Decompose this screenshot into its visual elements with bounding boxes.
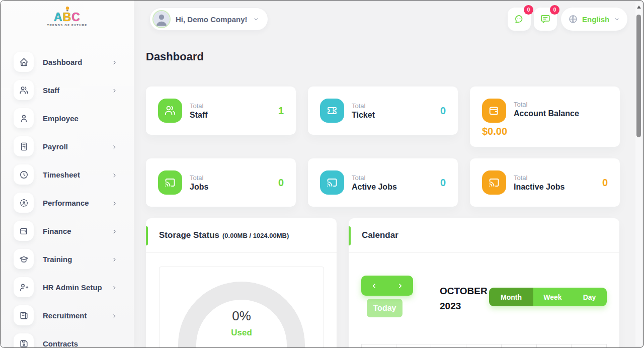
sidebar-item-label: Timesheet bbox=[43, 170, 80, 179]
performance-icon bbox=[14, 193, 34, 213]
chevron-right-icon bbox=[111, 228, 118, 234]
calendar-title: Calendar bbox=[362, 230, 398, 240]
storage-used-label: Used bbox=[159, 328, 324, 338]
stat-card-staff: Total Staff 1 bbox=[146, 86, 296, 135]
messages-button[interactable]: 0 bbox=[534, 8, 557, 31]
prev-month-button[interactable] bbox=[361, 276, 387, 296]
sidebar-item-hr-admin-setup[interactable]: HR Admin Setup bbox=[1, 273, 134, 301]
sidebar-item-staff[interactable]: Staff bbox=[1, 76, 134, 104]
stat-label: Staff bbox=[190, 111, 208, 120]
cast-icon bbox=[482, 170, 506, 195]
chevron-right-icon bbox=[111, 143, 118, 150]
chat-badge: 0 bbox=[524, 5, 533, 15]
scroll-icon bbox=[14, 305, 34, 325]
invoice-icon bbox=[14, 136, 34, 156]
sidebar-item-finance[interactable]: Finance bbox=[1, 217, 134, 245]
sidebar-item-training[interactable]: Training bbox=[1, 245, 134, 273]
stat-card-active-jobs: Total Active Jobs 0 bbox=[308, 158, 458, 207]
sidebar-item-label: Finance bbox=[43, 227, 71, 235]
storage-chart-box: 0% Used bbox=[159, 267, 324, 348]
avatar bbox=[152, 10, 171, 28]
day-view-button[interactable]: Day bbox=[572, 288, 607, 306]
stat-label: Account Balance bbox=[514, 109, 579, 118]
language-label: English bbox=[582, 15, 609, 24]
users-icon bbox=[14, 80, 34, 100]
wallet-icon bbox=[482, 99, 506, 123]
stat-card-jobs: Total Jobs 0 bbox=[146, 158, 296, 207]
language-selector[interactable]: English bbox=[561, 8, 627, 31]
page-title: Dashboard bbox=[146, 50, 204, 63]
calendar-view-switcher: Month Week Day bbox=[489, 288, 607, 306]
sidebar-item-label: Payroll bbox=[43, 142, 68, 151]
calendar-panel: Calendar Today OCTOBER 2023 Month Week D… bbox=[349, 218, 619, 348]
sidebar-item-performance[interactable]: Performance bbox=[1, 189, 134, 217]
chat-button[interactable]: 0 bbox=[508, 8, 531, 31]
calendar-grid bbox=[361, 344, 607, 348]
stat-value: 0 bbox=[278, 177, 284, 189]
calendar-panel-header: Calendar bbox=[349, 218, 619, 253]
stat-card-ticket: Total Ticket 0 bbox=[308, 86, 458, 135]
accent-bar bbox=[349, 226, 351, 245]
scroll-up-arrow[interactable] bbox=[637, 6, 641, 9]
user-menu[interactable]: Hi, Demo Company! bbox=[149, 8, 268, 31]
sidebar-item-contracts[interactable]: Contracts bbox=[1, 329, 134, 348]
sidebar-item-label: Employee bbox=[43, 114, 78, 123]
storage-percent: 0% bbox=[159, 308, 324, 324]
chevron-down-icon bbox=[253, 16, 260, 23]
stat-value: 0 bbox=[440, 177, 446, 189]
stat-prefix: Total bbox=[514, 174, 565, 182]
clock-icon bbox=[14, 164, 34, 185]
stat-prefix: Total bbox=[352, 174, 397, 182]
app-window: ABC TRENDS OF FUTURE Dashboard Staff Emp… bbox=[0, 0, 644, 348]
calendar-month-title: OCTOBER 2023 bbox=[440, 284, 488, 314]
calendar-nav bbox=[361, 276, 413, 296]
stat-label: Ticket bbox=[352, 111, 375, 120]
globe-icon bbox=[568, 14, 578, 24]
storage-panel-header: Storage Status (0.00MB / 1024.00MB) bbox=[146, 218, 337, 253]
sidebar-item-employee[interactable]: Employee bbox=[1, 104, 134, 132]
week-view-button[interactable]: Week bbox=[533, 288, 572, 306]
stat-value: 1 bbox=[278, 105, 284, 117]
stat-label: Jobs bbox=[190, 183, 208, 192]
sidebar-item-payroll[interactable]: Payroll bbox=[1, 132, 134, 160]
stat-value: 0 bbox=[602, 177, 608, 189]
sidebar-item-label: Training bbox=[43, 255, 72, 264]
chevron-down-icon bbox=[613, 16, 620, 23]
sidebar-menu: Dashboard Staff Employee Payroll Timeshe… bbox=[1, 48, 134, 348]
sidebar-item-label: Staff bbox=[43, 86, 59, 95]
contract-icon bbox=[14, 333, 34, 348]
graduation-cap-icon bbox=[14, 249, 34, 269]
sidebar-item-recruitment[interactable]: Recruitment bbox=[1, 301, 134, 329]
cast-icon bbox=[320, 170, 344, 195]
wallet-icon bbox=[14, 221, 34, 241]
chat-icon bbox=[514, 14, 525, 25]
message-badge: 0 bbox=[550, 5, 559, 15]
cast-icon bbox=[158, 170, 182, 195]
sidebar-item-timesheet[interactable]: Timesheet bbox=[1, 160, 134, 189]
scrollbar-thumb[interactable] bbox=[636, 15, 641, 137]
stat-card-account-balance: Total Account Balance $0.00 bbox=[470, 86, 620, 147]
sidebar-item-label: Recruitment bbox=[43, 311, 87, 320]
message-icon bbox=[540, 14, 551, 25]
sidebar-item-label: HR Admin Setup bbox=[43, 283, 102, 292]
scrollbar[interactable] bbox=[635, 2, 642, 346]
chevron-right-icon bbox=[111, 256, 118, 263]
ticket-icon bbox=[320, 99, 344, 123]
logo-tagline: TRENDS OF FUTURE bbox=[1, 24, 134, 27]
sidebar-item-dashboard[interactable]: Dashboard bbox=[1, 48, 134, 76]
next-month-button[interactable] bbox=[387, 276, 414, 296]
company-logo[interactable]: ABC TRENDS OF FUTURE bbox=[1, 6, 134, 27]
user-icon bbox=[14, 108, 34, 128]
today-button[interactable]: Today bbox=[367, 299, 403, 317]
stat-label: Active Jobs bbox=[352, 183, 397, 192]
sidebar-item-label: Dashboard bbox=[43, 58, 82, 66]
account-balance-value: $0.00 bbox=[482, 126, 507, 137]
home-icon bbox=[14, 52, 34, 72]
storage-status-panel: Storage Status (0.00MB / 1024.00MB) 0% U… bbox=[146, 218, 337, 348]
chevron-right-icon bbox=[111, 312, 118, 319]
chevron-right-icon bbox=[111, 200, 118, 206]
storage-usage: (0.00MB / 1024.00MB) bbox=[222, 232, 289, 239]
greeting-text: Hi, Demo Company! bbox=[176, 15, 248, 24]
month-view-button[interactable]: Month bbox=[489, 288, 533, 306]
logo-text: ABC bbox=[1, 12, 134, 23]
